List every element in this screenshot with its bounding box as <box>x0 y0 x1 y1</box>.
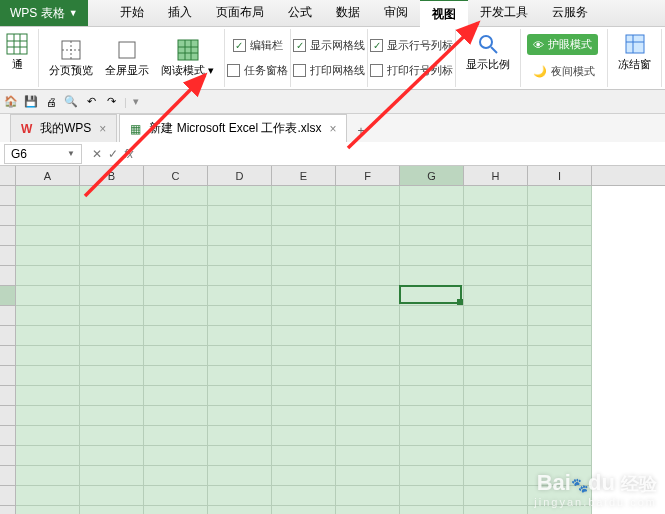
checkbox-gridlines[interactable]: ✓显示网格线 <box>293 38 365 53</box>
cell[interactable] <box>16 426 80 446</box>
cell[interactable] <box>336 406 400 426</box>
cell[interactable] <box>464 266 528 286</box>
cell[interactable] <box>336 366 400 386</box>
cell[interactable] <box>80 206 144 226</box>
quickbar-overflow-icon[interactable]: ▾ <box>133 95 139 108</box>
row-header[interactable] <box>0 266 16 286</box>
cell[interactable] <box>336 186 400 206</box>
checkbox-headings[interactable]: ✓显示行号列标 <box>370 38 453 53</box>
cell[interactable] <box>336 426 400 446</box>
name-box[interactable]: G6 ▼ <box>4 144 82 164</box>
cell[interactable] <box>208 246 272 266</box>
menu-item-0[interactable]: 开始 <box>108 0 156 28</box>
cell[interactable] <box>144 286 208 306</box>
column-header[interactable]: C <box>144 166 208 185</box>
cell[interactable] <box>272 426 336 446</box>
cell[interactable] <box>80 366 144 386</box>
home-icon[interactable]: 🏠 <box>4 95 18 109</box>
save-icon[interactable]: 💾 <box>24 95 38 109</box>
cell[interactable] <box>400 306 464 326</box>
cell[interactable] <box>464 246 528 266</box>
redo-icon[interactable]: ↷ <box>104 95 118 109</box>
checkbox-print-grid[interactable]: 打印网格线 <box>293 63 365 78</box>
cell[interactable] <box>144 506 208 514</box>
cell[interactable] <box>144 326 208 346</box>
cell[interactable] <box>208 386 272 406</box>
cell[interactable] <box>528 406 592 426</box>
cell[interactable] <box>528 426 592 446</box>
cell[interactable] <box>80 306 144 326</box>
cell[interactable] <box>528 286 592 306</box>
add-tab-button[interactable]: + <box>349 120 372 142</box>
cell[interactable] <box>144 466 208 486</box>
cell[interactable] <box>16 326 80 346</box>
page-preview-button[interactable]: 分页预览 <box>45 37 97 80</box>
cell[interactable] <box>208 346 272 366</box>
menu-item-7[interactable]: 开发工具 <box>468 0 540 28</box>
column-header[interactable]: B <box>80 166 144 185</box>
cell[interactable] <box>528 446 592 466</box>
cell[interactable] <box>208 366 272 386</box>
close-icon[interactable]: × <box>329 122 336 136</box>
cell[interactable] <box>80 386 144 406</box>
cell[interactable] <box>208 406 272 426</box>
column-header[interactable]: F <box>336 166 400 185</box>
cell[interactable] <box>208 266 272 286</box>
menu-item-2[interactable]: 页面布局 <box>204 0 276 28</box>
checkbox-print-headings[interactable]: 打印行号列标 <box>370 63 453 78</box>
cell[interactable] <box>80 426 144 446</box>
cell[interactable] <box>336 486 400 506</box>
cell[interactable] <box>80 226 144 246</box>
cell[interactable] <box>16 346 80 366</box>
cell[interactable] <box>80 406 144 426</box>
cancel-icon[interactable]: ✕ <box>92 147 102 161</box>
cell[interactable] <box>80 186 144 206</box>
menu-item-8[interactable]: 云服务 <box>540 0 600 28</box>
undo-icon[interactable]: ↶ <box>84 95 98 109</box>
cell[interactable] <box>464 326 528 346</box>
cell[interactable] <box>272 446 336 466</box>
cell[interactable] <box>208 286 272 306</box>
cell[interactable] <box>80 486 144 506</box>
cell[interactable] <box>208 186 272 206</box>
column-header[interactable]: E <box>272 166 336 185</box>
cell[interactable] <box>272 326 336 346</box>
row-header[interactable] <box>0 506 16 514</box>
cell[interactable] <box>16 286 80 306</box>
cell[interactable] <box>464 206 528 226</box>
cell[interactable] <box>272 466 336 486</box>
menu-item-3[interactable]: 公式 <box>276 0 324 28</box>
cell[interactable] <box>208 486 272 506</box>
cell[interactable] <box>144 486 208 506</box>
cell[interactable] <box>80 246 144 266</box>
cell[interactable] <box>464 186 528 206</box>
cell[interactable] <box>16 266 80 286</box>
column-header[interactable]: I <box>528 166 592 185</box>
cell[interactable] <box>528 346 592 366</box>
cell[interactable] <box>336 466 400 486</box>
row-header[interactable] <box>0 486 16 506</box>
cell[interactable] <box>208 226 272 246</box>
cell[interactable] <box>80 326 144 346</box>
cell[interactable] <box>144 306 208 326</box>
cell[interactable] <box>144 186 208 206</box>
cell[interactable] <box>336 206 400 226</box>
row-header[interactable] <box>0 206 16 226</box>
preview-icon[interactable]: 🔍 <box>64 95 78 109</box>
cell[interactable] <box>336 346 400 366</box>
print-icon[interactable]: 🖨 <box>44 95 58 109</box>
cell[interactable] <box>528 326 592 346</box>
cell[interactable] <box>80 286 144 306</box>
zoom-ratio-button[interactable]: 显示比例 <box>462 31 514 74</box>
cell[interactable] <box>208 506 272 514</box>
cell[interactable] <box>80 506 144 514</box>
row-header[interactable] <box>0 426 16 446</box>
row-header[interactable] <box>0 446 16 466</box>
cell[interactable] <box>528 226 592 246</box>
cell[interactable] <box>144 266 208 286</box>
cell[interactable] <box>208 326 272 346</box>
grid-rows[interactable] <box>0 186 665 514</box>
cell[interactable] <box>144 206 208 226</box>
cell[interactable] <box>336 446 400 466</box>
cell[interactable] <box>16 366 80 386</box>
